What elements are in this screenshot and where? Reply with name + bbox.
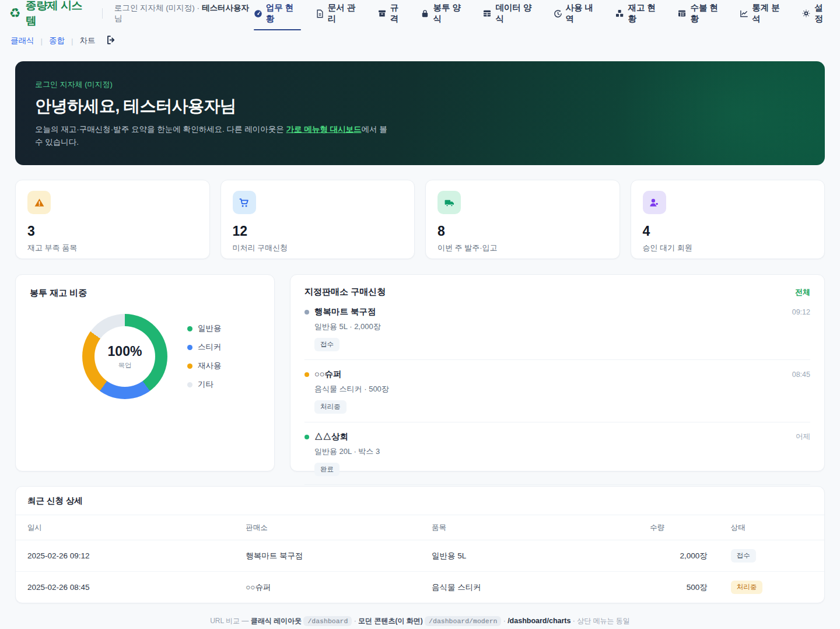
legend-dot	[187, 345, 192, 350]
nav-item-work-status[interactable]: 업무 현황	[254, 0, 301, 28]
subnav-link-charts[interactable]: 차트	[80, 36, 96, 46]
main-nav: 업무 현황 문서 관리 규격 봉투 양식 데이터 양식 사용 내역 재고 현황	[254, 0, 831, 28]
nav-item-settings[interactable]: 설정	[802, 0, 831, 28]
footer-suffix: 상단 메뉴는 동일	[577, 617, 630, 625]
cell-store: 행복마트 북구점	[234, 540, 420, 572]
request-detail: 음식물 스티커 · 500장	[314, 384, 810, 394]
stat-value: 3	[27, 223, 198, 239]
status-dot	[304, 310, 309, 314]
stat-label: 승인 대기 회원	[643, 243, 813, 253]
horizontal-dashboard-link[interactable]: 가로 메뉴형 대시보드	[286, 125, 362, 134]
brand-area: ♻ 종량제 시스템 로그인 지자체 (미지정) · 테스터사용자님	[9, 0, 254, 29]
top-header: ♻ 종량제 시스템 로그인 지자체 (미지정) · 테스터사용자님 업무 현황 …	[0, 0, 840, 27]
document-icon	[316, 9, 324, 18]
legend-item-reuse: 재사용	[187, 361, 222, 371]
stat-card-low-stock: 3 재고 부족 품목	[15, 180, 210, 259]
nav-item-envelope-forms[interactable]: 봉투 양식	[421, 0, 468, 28]
login-context: 로그인 지자체 (미지정) · 테스터사용자님	[114, 3, 254, 24]
ledger-icon	[677, 9, 687, 18]
subnav-link-combined[interactable]: 종합	[49, 36, 65, 46]
cart-icon	[233, 191, 256, 214]
donut-center-value: 100%	[108, 344, 142, 359]
status-badge: 완료	[314, 463, 340, 476]
app-title: 종량제 시스템	[26, 0, 92, 29]
nav-item-document-management[interactable]: 문서 관리	[316, 0, 363, 28]
store-name: 행복마트 북구점	[314, 306, 376, 317]
donut-chart: 100% 목업 일반용 스티커 재사용	[30, 314, 260, 399]
nav-item-statistics[interactable]: 통계 분석	[740, 0, 787, 28]
cell-item: 음식물 스티커	[420, 572, 638, 603]
request-detail: 일반용 5L · 2,000장	[314, 322, 810, 332]
request-list-item: △△상회 어제 일반용 20L · 박스 3 완료	[304, 422, 810, 485]
nav-item-inventory-status[interactable]: 재고 현황	[615, 0, 663, 28]
view-all-link[interactable]: 전체	[795, 287, 810, 298]
cell-qty: 2,000장	[638, 540, 719, 572]
recycle-logo-icon: ♻	[9, 7, 21, 20]
username: 테스터사용자	[202, 4, 249, 12]
stat-label: 재고 부족 품목	[27, 243, 198, 253]
logout-button[interactable]	[106, 34, 117, 47]
gauge-icon	[254, 9, 262, 18]
subnav-link-classic[interactable]: 클래식	[10, 36, 34, 46]
charts-url-text: /dashboard/charts	[508, 617, 570, 625]
table-row: 2025-02-26 08:45 ○○슈퍼 음식물 스티커 500장 처리중	[16, 572, 824, 603]
column-header-item: 품목	[420, 515, 638, 540]
column-header-date: 일시	[16, 515, 234, 540]
stat-label: 미처리 구매신청	[233, 243, 403, 253]
archive-box-icon	[377, 9, 387, 18]
status-badge: 처리중	[314, 400, 346, 414]
stat-card-pending-purchases: 12 미처리 구매신청	[220, 180, 415, 259]
nav-item-specifications[interactable]: 규격	[377, 0, 407, 28]
cell-date: 2025-02-26 08:45	[16, 572, 234, 603]
request-time: 08:45	[792, 371, 810, 379]
nav-item-usage-history[interactable]: 사용 내역	[554, 0, 601, 28]
status-badge: 접수	[731, 549, 756, 562]
modern-url-chip: /dashboard/modern	[425, 616, 501, 626]
donut-wrap: 100% 목업	[82, 314, 167, 399]
purchase-requests-card: 지정판매소 구매신청 전체 행복마트 북구점 09:12 일반용 5L · 2,…	[290, 274, 825, 471]
user-check-icon	[643, 191, 666, 214]
recent-requests-table-card: 최근 신청 상세 일시 판매소 품목 수량 상태 2025-02-26 09:1…	[15, 486, 825, 603]
request-time: 어제	[796, 432, 810, 442]
status-dot	[304, 435, 309, 439]
legend-dot	[187, 326, 192, 331]
cell-status: 접수	[719, 540, 824, 572]
cell-qty: 500장	[638, 572, 719, 603]
legend-item-etc: 기타	[187, 379, 222, 390]
history-icon	[554, 9, 562, 18]
status-dot	[304, 372, 309, 377]
request-list-item: ○○슈퍼 08:45 음식물 스티커 · 500장 처리중	[304, 360, 810, 422]
table-grid-icon	[482, 9, 492, 18]
classic-url-chip: /dashboard	[303, 616, 352, 626]
table-header-row: 일시 판매소 품목 수량 상태	[16, 515, 824, 540]
donut-center-sublabel: 목업	[118, 361, 132, 370]
request-list-item: 행복마트 북구점 09:12 일반용 5L · 2,000장 접수	[304, 298, 810, 360]
nav-item-data-forms[interactable]: 데이터 양식	[482, 0, 538, 28]
stat-value: 8	[438, 223, 608, 239]
gear-icon	[802, 9, 811, 18]
purchase-requests-title: 지정판매소 구매신청	[304, 286, 386, 298]
cell-status: 처리중	[719, 572, 824, 603]
column-header-store: 판매소	[234, 515, 420, 540]
line-chart-icon	[740, 9, 748, 18]
purchase-requests-header: 지정판매소 구매신청 전체	[304, 286, 810, 298]
truck-icon	[438, 191, 461, 214]
logout-icon	[106, 34, 117, 47]
divider	[102, 8, 103, 19]
cell-date: 2025-02-26 09:12	[16, 540, 234, 572]
recent-requests-table: 일시 판매소 품목 수량 상태 2025-02-26 09:12 행복마트 북구…	[16, 515, 824, 603]
nav-item-ledger-status[interactable]: 수불 현황	[677, 0, 725, 28]
envelope-stock-chart-card: 봉투 재고 비중 100% 목업 일반용 스티커	[15, 274, 275, 471]
hero-title: 안녕하세요, 테스터사용자님	[35, 95, 805, 117]
chart-legend: 일반용 스티커 재사용 기타	[187, 323, 222, 390]
stat-card-pending-members: 4 승인 대기 회원	[631, 180, 825, 259]
classic-layout-label: 클래식 레이아웃	[251, 617, 302, 625]
cell-item: 일반용 5L	[420, 540, 638, 572]
column-header-qty: 수량	[638, 515, 719, 540]
stat-value: 4	[643, 223, 813, 239]
stat-label: 이번 주 발주·입고	[438, 243, 608, 253]
boxes-icon	[615, 9, 624, 18]
store-name: ○○슈퍼	[314, 369, 342, 380]
stat-value: 12	[233, 223, 403, 239]
legend-item-sticker: 스티커	[187, 342, 222, 352]
